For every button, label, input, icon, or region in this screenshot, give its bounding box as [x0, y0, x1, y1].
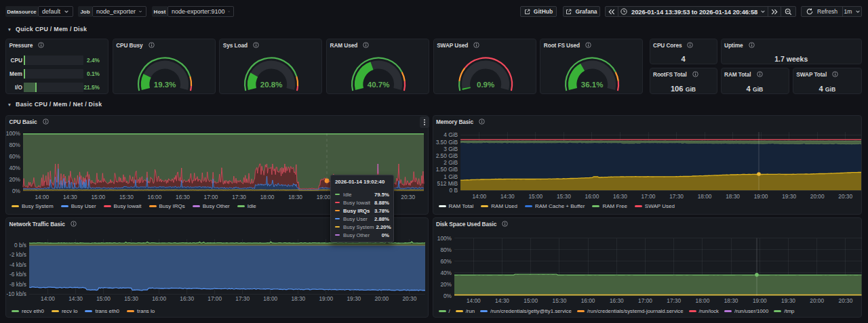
svg-text:17:00: 17:00 [638, 297, 652, 304]
svg-text:20:00: 20:00 [810, 193, 824, 200]
svg-text:20:00: 20:00 [810, 297, 824, 304]
svg-text:14:30: 14:30 [63, 194, 77, 200]
svg-text:15:00: 15:00 [91, 194, 105, 200]
svg-text:-6 kb/s: -6 kb/s [9, 272, 26, 278]
svg-text:40%: 40% [9, 165, 20, 171]
svg-text:17:00: 17:00 [204, 194, 218, 200]
svg-text:0.9%: 0.9% [477, 81, 494, 89]
svg-text:20%: 20% [9, 176, 20, 183]
svg-text:1 GiB: 1 GiB [443, 173, 458, 180]
svg-text:3 GiB: 3 GiB [443, 146, 458, 152]
svg-text:16:00: 16:00 [152, 295, 166, 302]
svg-text:16:00: 16:00 [580, 297, 595, 304]
svg-text:15:00: 15:00 [524, 297, 538, 304]
svg-text:16:30: 16:30 [613, 193, 627, 200]
svg-text:80%: 80% [9, 142, 20, 148]
svg-text:0%: 0% [12, 188, 21, 194]
svg-text:36.1%: 36.1% [581, 81, 604, 89]
svg-text:17:30: 17:30 [232, 194, 246, 200]
svg-text:14:00: 14:00 [472, 193, 486, 200]
svg-text:14:00: 14:00 [41, 295, 55, 302]
svg-text:3.50 GiB: 3.50 GiB [435, 139, 458, 146]
svg-text:17:30: 17:30 [669, 193, 684, 200]
svg-text:19:30: 19:30 [782, 193, 796, 200]
svg-text:-10 kb/s: -10 kb/s [6, 290, 26, 297]
svg-text:18:30: 18:30 [288, 194, 302, 200]
svg-text:18:30: 18:30 [291, 295, 305, 302]
svg-text:14:30: 14:30 [68, 295, 83, 302]
svg-text:14:00: 14:00 [466, 297, 480, 304]
svg-text:18:30: 18:30 [724, 297, 738, 304]
svg-text:19:30: 19:30 [347, 295, 361, 302]
svg-text:18:30: 18:30 [726, 193, 740, 200]
svg-text:16:30: 16:30 [180, 295, 194, 302]
svg-text:17:30: 17:30 [235, 295, 250, 302]
svg-text:0%: 0% [443, 293, 452, 299]
svg-text:15:30: 15:30 [557, 193, 571, 200]
svg-text:60%: 60% [440, 258, 452, 265]
svg-text:40.7%: 40.7% [368, 81, 390, 89]
svg-text:17:00: 17:00 [641, 193, 655, 200]
svg-text:16:30: 16:30 [176, 194, 190, 200]
svg-text:14:00: 14:00 [35, 194, 49, 200]
svg-text:60%: 60% [9, 153, 20, 160]
svg-text:100%: 100% [6, 130, 21, 137]
svg-text:14:30: 14:30 [500, 193, 514, 200]
svg-text:0 b/s: 0 b/s [14, 242, 26, 249]
svg-text:-8 kb/s: -8 kb/s [9, 281, 26, 288]
svg-text:-4 kb/s: -4 kb/s [9, 261, 26, 268]
svg-text:17:30: 17:30 [667, 297, 681, 304]
svg-text:19:30: 19:30 [781, 297, 795, 304]
svg-text:19:00: 19:00 [317, 194, 331, 200]
svg-text:0 B: 0 B [449, 187, 458, 194]
svg-text:16:00: 16:00 [148, 194, 162, 200]
svg-text:16:30: 16:30 [609, 297, 623, 304]
svg-text:1.50 GiB: 1.50 GiB [435, 166, 458, 173]
svg-text:40%: 40% [440, 270, 452, 276]
svg-text:20:30: 20:30 [401, 194, 415, 200]
svg-text:20:30: 20:30 [838, 193, 852, 200]
svg-text:16:00: 16:00 [585, 193, 599, 200]
svg-text:19.3%: 19.3% [153, 81, 176, 89]
svg-text:15:30: 15:30 [552, 297, 566, 304]
svg-text:15:00: 15:00 [96, 295, 111, 302]
svg-text:14:30: 14:30 [495, 297, 509, 304]
svg-text:18:00: 18:00 [697, 193, 711, 200]
svg-text:15:30: 15:30 [119, 194, 134, 200]
svg-text:20%: 20% [440, 281, 452, 288]
svg-text:20:30: 20:30 [403, 295, 417, 302]
svg-text:-2 kb/s: -2 kb/s [9, 252, 26, 259]
svg-text:512 MiB: 512 MiB [437, 180, 458, 187]
svg-text:19:00: 19:00 [319, 295, 333, 302]
svg-text:100%: 100% [437, 235, 452, 242]
svg-text:20:00: 20:00 [374, 295, 389, 302]
svg-text:15:30: 15:30 [124, 295, 138, 302]
svg-text:18:00: 18:00 [263, 295, 277, 302]
svg-text:19:00: 19:00 [753, 193, 768, 200]
svg-text:20.8%: 20.8% [260, 81, 283, 89]
svg-text:4 GiB: 4 GiB [443, 131, 458, 138]
svg-text:20:30: 20:30 [838, 297, 852, 304]
svg-text:18:00: 18:00 [695, 297, 709, 304]
svg-text:2.50 GiB: 2.50 GiB [435, 152, 458, 159]
svg-text:80%: 80% [440, 246, 452, 253]
svg-text:2 GiB: 2 GiB [443, 159, 458, 166]
svg-text:18:00: 18:00 [260, 194, 275, 200]
svg-text:17:00: 17:00 [208, 295, 222, 302]
svg-text:19:00: 19:00 [752, 297, 766, 304]
svg-text:15:00: 15:00 [528, 193, 542, 200]
